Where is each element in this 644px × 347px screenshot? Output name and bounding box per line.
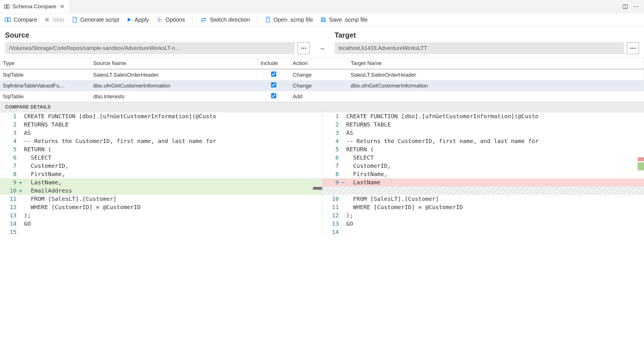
line-number: 4 bbox=[322, 137, 341, 145]
apply-button[interactable]: Apply bbox=[127, 17, 149, 23]
code-text: RETURN ( bbox=[345, 145, 644, 154]
schema-compare-icon bbox=[4, 4, 10, 9]
line-number: 4 bbox=[0, 137, 19, 145]
source-path-input[interactable] bbox=[5, 42, 295, 54]
col-type-header[interactable]: Type bbox=[0, 58, 90, 69]
diff-line: 1CREATE FUNCTION [dbo].[ufnGetCustomerIn… bbox=[0, 112, 322, 121]
svg-rect-11 bbox=[322, 20, 324, 21]
line-number: 1 bbox=[322, 112, 341, 121]
diff-sign bbox=[341, 228, 345, 236]
col-action-header[interactable]: Action bbox=[290, 58, 348, 69]
line-number: 5 bbox=[0, 145, 19, 154]
diff-line: 9+ LastName, bbox=[0, 178, 322, 187]
code-text: LastName, bbox=[23, 178, 322, 187]
tab-title: Schema Compare bbox=[13, 3, 56, 10]
switch-direction-button[interactable]: Switch direction bbox=[200, 17, 250, 23]
code-text: RETURNS TABLE bbox=[345, 121, 644, 129]
target-path-input[interactable] bbox=[335, 42, 624, 54]
compare-icon bbox=[5, 17, 11, 23]
line-number: 6 bbox=[322, 154, 341, 162]
diff-sign bbox=[19, 121, 23, 129]
left-pane-split-handle[interactable] bbox=[313, 187, 322, 190]
include-checkbox[interactable] bbox=[271, 93, 276, 98]
line-number: 3 bbox=[322, 129, 341, 137]
diff-line: 7 CustomerID, bbox=[322, 162, 644, 170]
diff-sign bbox=[341, 145, 345, 154]
cell-type: SqlTable bbox=[0, 91, 90, 102]
line-number: 8 bbox=[0, 170, 19, 178]
open-label: Open .scmp file bbox=[273, 17, 313, 23]
diff-line: 14GO bbox=[0, 220, 322, 228]
line-number: 11 bbox=[322, 203, 341, 211]
svg-rect-1 bbox=[7, 5, 9, 8]
diff-line: 11 FROM [SalesLT].[Customer] bbox=[0, 195, 322, 203]
active-tab[interactable]: Schema Compare ✕ bbox=[0, 0, 70, 13]
split-editor-icon[interactable] bbox=[622, 4, 628, 9]
diff-line: 13); bbox=[0, 211, 322, 220]
options-button[interactable]: Options bbox=[156, 17, 185, 23]
table-row[interactable]: SqlTableSalesLT.SalesOrderHeaderChangeSa… bbox=[0, 69, 644, 80]
source-browse-button[interactable]: ⋯ bbox=[298, 42, 310, 54]
line-number: 9 bbox=[0, 178, 19, 187]
diff-sign bbox=[341, 187, 345, 195]
code-text: FirstName, bbox=[345, 170, 644, 178]
include-checkbox[interactable] bbox=[271, 82, 276, 87]
line-number: 2 bbox=[322, 121, 341, 129]
diff-sign bbox=[19, 228, 23, 236]
code-text: SELECT bbox=[23, 154, 322, 162]
save-scmp-button[interactable]: Save .scmp file bbox=[320, 17, 368, 23]
compare-label: Compare bbox=[14, 17, 37, 23]
diff-line: 14 bbox=[322, 228, 644, 236]
generate-script-button[interactable]: Generate script bbox=[72, 17, 119, 23]
switch-label: Switch direction bbox=[210, 17, 250, 23]
diff-line: 11 WHERE [CustomerID] = @CustomerID bbox=[322, 203, 644, 211]
diff-line: 12); bbox=[322, 211, 644, 220]
gear-icon bbox=[156, 17, 162, 23]
col-target-name-header[interactable]: Target Name bbox=[348, 58, 644, 69]
play-icon bbox=[127, 17, 132, 22]
diff-right-pane[interactable]: 1CREATE FUNCTION [dbo].[ufnGetCustomerIn… bbox=[322, 112, 644, 236]
cell-target-name bbox=[348, 91, 644, 102]
diff-line: 7 CustomerID, bbox=[0, 162, 322, 170]
code-text: -- Returns the CustomerID, first name, a… bbox=[23, 137, 322, 145]
target-browse-button[interactable]: ⋯ bbox=[627, 42, 639, 54]
cell-type: SqlInlineTableValuedFu… bbox=[0, 80, 90, 91]
cell-action: Change bbox=[290, 69, 348, 80]
table-row[interactable]: SqlTabledbo.InterestsAdd bbox=[0, 91, 644, 102]
code-text: RETURNS TABLE bbox=[23, 121, 322, 129]
line-number: 13 bbox=[322, 220, 341, 228]
close-tab-icon[interactable]: ✕ bbox=[59, 3, 66, 10]
code-text: EmailAddress bbox=[23, 187, 322, 195]
line-number: 7 bbox=[322, 162, 341, 170]
svg-rect-9 bbox=[45, 18, 49, 21]
diff-line: 1CREATE FUNCTION [dbo].[ufnGetCustomerIn… bbox=[322, 112, 644, 121]
diff-sign bbox=[341, 170, 345, 178]
diff-line: 6 SELECT bbox=[322, 154, 644, 162]
code-text: CREATE FUNCTION [dbo].[ufnGetCustomerInf… bbox=[23, 112, 322, 121]
code-text: GO bbox=[23, 220, 322, 228]
diff-sign bbox=[19, 220, 23, 228]
more-actions-icon[interactable] bbox=[633, 4, 639, 9]
code-text: CustomerID, bbox=[345, 162, 644, 170]
options-label: Options bbox=[165, 17, 185, 23]
direction-arrow-icon: → bbox=[314, 31, 331, 54]
compare-button[interactable]: Compare bbox=[5, 17, 37, 23]
diff-sign bbox=[341, 112, 345, 121]
table-row[interactable]: SqlInlineTableValuedFu…dbo.ufnGetCustome… bbox=[0, 80, 644, 91]
target-side: Target ⋯ bbox=[335, 31, 639, 54]
diff-line: 5RETURN ( bbox=[0, 145, 322, 154]
cell-source-name: dbo.ufnGetCustomerInformation bbox=[90, 80, 257, 91]
cell-action: Change bbox=[290, 80, 348, 91]
target-heading: Target bbox=[335, 31, 639, 39]
diff-sign bbox=[19, 195, 23, 203]
code-text: GO bbox=[345, 220, 644, 228]
code-text: ); bbox=[23, 211, 322, 220]
col-include-header[interactable]: Include bbox=[257, 58, 290, 69]
minimap[interactable] bbox=[638, 112, 644, 236]
diff-left-pane[interactable]: 1CREATE FUNCTION [dbo].[ufnGetCustomerIn… bbox=[0, 112, 322, 236]
open-scmp-button[interactable]: Open .scmp file bbox=[265, 17, 313, 23]
code-text bbox=[23, 228, 322, 236]
col-source-name-header[interactable]: Source Name bbox=[90, 58, 257, 69]
save-label: Save .scmp file bbox=[329, 17, 368, 23]
include-checkbox[interactable] bbox=[271, 72, 276, 77]
